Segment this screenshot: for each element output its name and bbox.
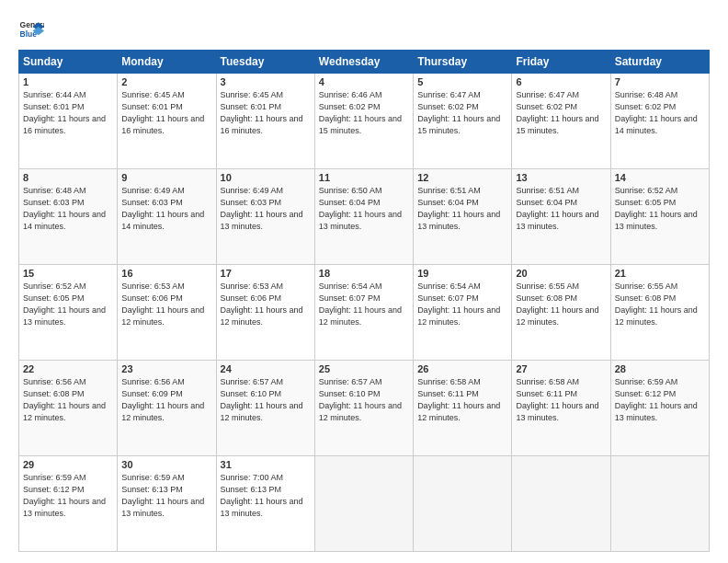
header: General Blue — [18, 17, 710, 42]
calendar-cell — [414, 456, 512, 552]
cell-info: Sunrise: 6:46 AMSunset: 6:02 PMDaylight:… — [319, 89, 409, 137]
header-cell-wednesday: Wednesday — [314, 51, 413, 74]
cell-info: Sunrise: 6:45 AMSunset: 6:01 PMDaylight:… — [221, 89, 311, 137]
cell-info: Sunrise: 6:57 AMSunset: 6:10 PMDaylight:… — [319, 376, 409, 424]
cell-info: Sunrise: 6:51 AMSunset: 6:04 PMDaylight:… — [417, 185, 507, 233]
day-number: 27 — [516, 363, 606, 374]
logo-icon: General Blue — [18, 17, 44, 42]
logo: General Blue — [18, 17, 46, 42]
day-number: 29 — [23, 459, 113, 470]
calendar-cell: 9Sunrise: 6:49 AMSunset: 6:03 PMDaylight… — [118, 169, 216, 265]
day-number: 22 — [23, 363, 113, 374]
calendar-cell: 19Sunrise: 6:54 AMSunset: 6:07 PMDayligh… — [414, 265, 512, 361]
day-number: 16 — [121, 268, 211, 279]
header-cell-saturday: Saturday — [610, 51, 709, 74]
calendar-cell: 10Sunrise: 6:49 AMSunset: 6:03 PMDayligh… — [216, 169, 314, 265]
cell-info: Sunrise: 6:55 AMSunset: 6:08 PMDaylight:… — [615, 281, 705, 328]
day-number: 4 — [319, 76, 409, 87]
header-cell-friday: Friday — [512, 51, 610, 74]
calendar-cell: 13Sunrise: 6:51 AMSunset: 6:04 PMDayligh… — [512, 169, 610, 265]
day-number: 31 — [221, 459, 311, 470]
day-number: 18 — [319, 268, 409, 279]
header-cell-sunday: Sunday — [19, 51, 118, 74]
week-row-4: 29Sunrise: 6:59 AMSunset: 6:12 PMDayligh… — [19, 456, 710, 552]
day-number: 24 — [221, 363, 311, 374]
day-number: 7 — [615, 76, 705, 87]
week-row-1: 8Sunrise: 6:48 AMSunset: 6:03 PMDaylight… — [19, 169, 710, 265]
calendar-cell: 24Sunrise: 6:57 AMSunset: 6:10 PMDayligh… — [216, 361, 314, 456]
calendar-cell — [512, 456, 610, 552]
cell-info: Sunrise: 6:45 AMSunset: 6:01 PMDaylight:… — [121, 89, 211, 137]
cell-info: Sunrise: 6:59 AMSunset: 6:12 PMDaylight:… — [615, 376, 705, 424]
page: General Blue SundayMondayTuesdayWednesda… — [0, 0, 728, 563]
day-number: 15 — [23, 268, 113, 279]
calendar-cell: 29Sunrise: 6:59 AMSunset: 6:12 PMDayligh… — [19, 456, 118, 552]
day-number: 17 — [221, 268, 311, 279]
calendar-cell: 25Sunrise: 6:57 AMSunset: 6:10 PMDayligh… — [314, 361, 413, 456]
calendar-cell: 3Sunrise: 6:45 AMSunset: 6:01 PMDaylight… — [216, 74, 314, 169]
cell-info: Sunrise: 6:53 AMSunset: 6:06 PMDaylight:… — [121, 281, 211, 328]
cell-info: Sunrise: 6:49 AMSunset: 6:03 PMDaylight:… — [121, 185, 211, 233]
calendar-cell: 28Sunrise: 6:59 AMSunset: 6:12 PMDayligh… — [610, 361, 709, 456]
calendar-cell: 20Sunrise: 6:55 AMSunset: 6:08 PMDayligh… — [512, 265, 610, 361]
day-number: 25 — [319, 363, 409, 374]
calendar-cell: 11Sunrise: 6:50 AMSunset: 6:04 PMDayligh… — [314, 169, 413, 265]
calendar-cell: 8Sunrise: 6:48 AMSunset: 6:03 PMDaylight… — [19, 169, 118, 265]
cell-info: Sunrise: 6:47 AMSunset: 6:02 PMDaylight:… — [417, 89, 507, 137]
cell-info: Sunrise: 6:47 AMSunset: 6:02 PMDaylight:… — [516, 89, 606, 137]
cell-info: Sunrise: 6:58 AMSunset: 6:11 PMDaylight:… — [417, 376, 507, 424]
cell-info: Sunrise: 6:59 AMSunset: 6:12 PMDaylight:… — [23, 472, 113, 520]
calendar-cell: 1Sunrise: 6:44 AMSunset: 6:01 PMDaylight… — [19, 74, 118, 169]
day-number: 5 — [417, 76, 507, 87]
day-number: 12 — [417, 172, 507, 183]
day-number: 21 — [615, 268, 705, 279]
calendar-cell: 26Sunrise: 6:58 AMSunset: 6:11 PMDayligh… — [414, 361, 512, 456]
header-row: SundayMondayTuesdayWednesdayThursdayFrid… — [19, 51, 710, 74]
header-cell-monday: Monday — [118, 51, 216, 74]
calendar-cell — [314, 456, 413, 552]
cell-info: Sunrise: 6:48 AMSunset: 6:02 PMDaylight:… — [615, 89, 705, 137]
day-number: 26 — [417, 363, 507, 374]
calendar-cell: 12Sunrise: 6:51 AMSunset: 6:04 PMDayligh… — [414, 169, 512, 265]
week-row-3: 22Sunrise: 6:56 AMSunset: 6:08 PMDayligh… — [19, 361, 710, 456]
cell-info: Sunrise: 6:54 AMSunset: 6:07 PMDaylight:… — [319, 281, 409, 328]
day-number: 20 — [516, 268, 606, 279]
calendar-cell: 18Sunrise: 6:54 AMSunset: 6:07 PMDayligh… — [314, 265, 413, 361]
calendar-cell — [610, 456, 709, 552]
cell-info: Sunrise: 6:53 AMSunset: 6:06 PMDaylight:… — [221, 281, 311, 328]
cell-info: Sunrise: 6:55 AMSunset: 6:08 PMDaylight:… — [516, 281, 606, 328]
cell-info: Sunrise: 6:48 AMSunset: 6:03 PMDaylight:… — [23, 185, 113, 233]
cell-info: Sunrise: 6:49 AMSunset: 6:03 PMDaylight:… — [221, 185, 311, 233]
day-number: 11 — [319, 172, 409, 183]
calendar-cell: 23Sunrise: 6:56 AMSunset: 6:09 PMDayligh… — [118, 361, 216, 456]
cell-info: Sunrise: 6:50 AMSunset: 6:04 PMDaylight:… — [319, 185, 409, 233]
day-number: 28 — [615, 363, 705, 374]
calendar-cell: 15Sunrise: 6:52 AMSunset: 6:05 PMDayligh… — [19, 265, 118, 361]
cell-info: Sunrise: 6:57 AMSunset: 6:10 PMDaylight:… — [221, 376, 311, 424]
calendar-body: 1Sunrise: 6:44 AMSunset: 6:01 PMDaylight… — [19, 74, 710, 552]
day-number: 14 — [615, 172, 705, 183]
day-number: 19 — [417, 268, 507, 279]
week-row-2: 15Sunrise: 6:52 AMSunset: 6:05 PMDayligh… — [19, 265, 710, 361]
header-cell-thursday: Thursday — [414, 51, 512, 74]
week-row-0: 1Sunrise: 6:44 AMSunset: 6:01 PMDaylight… — [19, 74, 710, 169]
calendar-cell: 4Sunrise: 6:46 AMSunset: 6:02 PMDaylight… — [314, 74, 413, 169]
day-number: 8 — [23, 172, 113, 183]
day-number: 6 — [516, 76, 606, 87]
cell-info: Sunrise: 6:54 AMSunset: 6:07 PMDaylight:… — [417, 281, 507, 328]
calendar-cell: 22Sunrise: 6:56 AMSunset: 6:08 PMDayligh… — [19, 361, 118, 456]
cell-info: Sunrise: 6:56 AMSunset: 6:09 PMDaylight:… — [121, 376, 211, 424]
calendar-cell: 27Sunrise: 6:58 AMSunset: 6:11 PMDayligh… — [512, 361, 610, 456]
cell-info: Sunrise: 6:56 AMSunset: 6:08 PMDaylight:… — [23, 376, 113, 424]
calendar-cell: 5Sunrise: 6:47 AMSunset: 6:02 PMDaylight… — [414, 74, 512, 169]
calendar-cell: 14Sunrise: 6:52 AMSunset: 6:05 PMDayligh… — [610, 169, 709, 265]
cell-info: Sunrise: 7:00 AMSunset: 6:13 PMDaylight:… — [221, 472, 311, 520]
calendar-cell: 31Sunrise: 7:00 AMSunset: 6:13 PMDayligh… — [216, 456, 314, 552]
day-number: 10 — [221, 172, 311, 183]
calendar-cell: 2Sunrise: 6:45 AMSunset: 6:01 PMDaylight… — [118, 74, 216, 169]
day-number: 2 — [121, 76, 211, 87]
calendar-header: SundayMondayTuesdayWednesdayThursdayFrid… — [19, 51, 710, 74]
day-number: 1 — [23, 76, 113, 87]
cell-info: Sunrise: 6:52 AMSunset: 6:05 PMDaylight:… — [23, 281, 113, 328]
day-number: 9 — [121, 172, 211, 183]
